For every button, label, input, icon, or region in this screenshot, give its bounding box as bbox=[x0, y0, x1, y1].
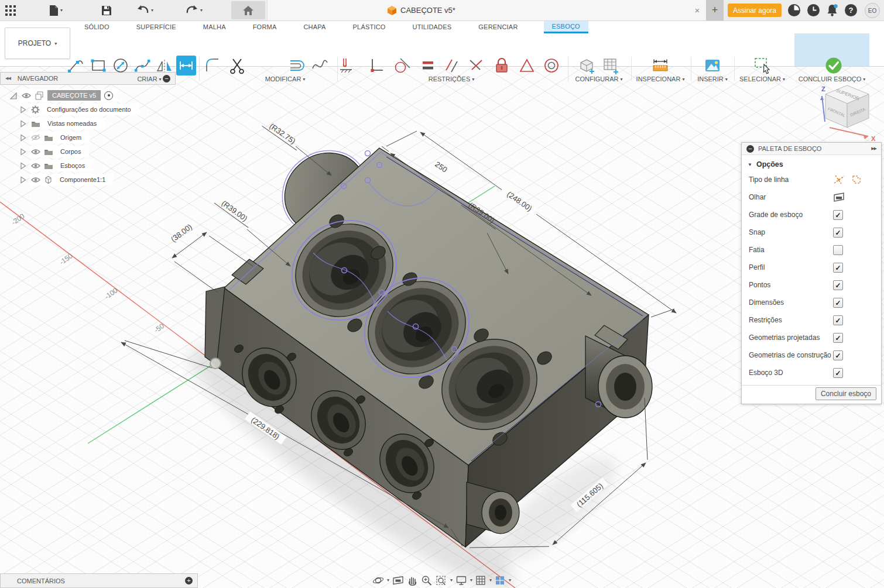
visibility-eye-icon[interactable] bbox=[31, 163, 40, 169]
display-menu-caret[interactable]: ▾ bbox=[470, 577, 472, 583]
finish-sketch-check-icon[interactable] bbox=[824, 56, 844, 75]
tree-collapsed-icon[interactable] bbox=[20, 176, 26, 184]
constraint-fix-icon[interactable] bbox=[517, 56, 537, 75]
checkbox-construction-geometries[interactable]: ✓ bbox=[833, 350, 843, 360]
tree-item-label[interactable]: Corpos bbox=[57, 147, 84, 156]
visibility-eye-icon[interactable] bbox=[31, 177, 40, 183]
origin-point[interactable] bbox=[210, 358, 221, 369]
checkbox-3d-sketch[interactable]: ✓ bbox=[833, 368, 843, 378]
group-criar[interactable]: CRIAR▾ bbox=[91, 75, 208, 83]
constraint-tangent-icon[interactable] bbox=[392, 56, 412, 75]
checkbox-profile[interactable]: ✓ bbox=[833, 263, 843, 273]
tree-row-root[interactable]: CABEÇOTE v5 bbox=[0, 88, 176, 102]
create-rectangle-icon[interactable] bbox=[88, 56, 108, 75]
tab-chapa[interactable]: CHAPA bbox=[302, 20, 327, 33]
create-circle-icon[interactable] bbox=[111, 56, 131, 75]
fillet-icon[interactable] bbox=[203, 56, 222, 75]
project-dropdown-button[interactable]: PROJETO▾ bbox=[5, 27, 70, 59]
user-avatar[interactable]: EO bbox=[865, 3, 880, 18]
configure-component-icon[interactable] bbox=[577, 56, 597, 75]
undo-menu-caret[interactable]: ▾ bbox=[151, 8, 153, 13]
tab-esboco[interactable]: ESBOÇO bbox=[544, 20, 588, 33]
tab-solido[interactable]: SÓLIDO bbox=[83, 20, 111, 33]
comments-bar[interactable]: COMENTÁRIOS + bbox=[0, 573, 198, 588]
palette-section-options[interactable]: ▼ Opções bbox=[742, 155, 881, 171]
grid-menu-caret[interactable]: ▾ bbox=[489, 577, 492, 583]
checkbox-projected-geometries[interactable]: ✓ bbox=[833, 333, 843, 343]
tab-superficie[interactable]: SUPERFÍCIE bbox=[135, 20, 177, 33]
new-tab-button[interactable]: + bbox=[706, 0, 724, 20]
edit-curve-icon[interactable] bbox=[310, 56, 330, 75]
home-view-button[interactable] bbox=[231, 1, 265, 19]
constraint-vertical-horizontal-icon[interactable] bbox=[366, 56, 386, 75]
constraint-parallel-icon[interactable] bbox=[441, 56, 461, 75]
orbit-icon[interactable] bbox=[372, 575, 384, 586]
activate-component-icon[interactable] bbox=[104, 91, 113, 100]
checkbox-points[interactable]: ✓ bbox=[833, 280, 843, 290]
view-cube[interactable]: SUPERIOR FRONTAL DIREITA Z X bbox=[817, 80, 884, 145]
checkbox-slice[interactable] bbox=[833, 245, 843, 255]
viewports-menu-caret[interactable]: ▾ bbox=[509, 577, 511, 583]
group-restricoes[interactable]: RESTRIÇÕES▾ bbox=[393, 75, 510, 83]
tree-collapsed-icon[interactable] bbox=[20, 162, 26, 170]
sign-in-button[interactable]: Assinar agora bbox=[728, 4, 782, 17]
select-tool-icon[interactable] bbox=[752, 56, 772, 75]
job-status-clock-icon[interactable] bbox=[807, 4, 820, 17]
tree-row-bodies[interactable]: Corpos bbox=[0, 145, 176, 159]
tree-item-label[interactable]: Configurações do documento bbox=[43, 105, 135, 114]
collapse-panel-icon[interactable]: ◀◀ bbox=[5, 76, 11, 81]
pan-hand-icon[interactable] bbox=[407, 575, 418, 586]
tree-item-label[interactable]: Esboços bbox=[57, 161, 88, 170]
sketch-dimension-tool-active[interactable] bbox=[176, 56, 196, 75]
file-menu-caret[interactable]: ▾ bbox=[60, 8, 63, 13]
redo-menu-caret[interactable]: ▾ bbox=[200, 8, 203, 13]
file-icon[interactable] bbox=[47, 4, 60, 17]
extensions-icon[interactable] bbox=[787, 4, 801, 17]
constraint-concentric-icon[interactable] bbox=[542, 56, 561, 75]
tab-gerenciar[interactable]: GERENCIAR bbox=[477, 20, 519, 33]
help-icon[interactable]: ? bbox=[844, 4, 858, 17]
look-at-icon[interactable] bbox=[392, 575, 404, 586]
undo-icon[interactable] bbox=[136, 4, 149, 17]
tree-root-label[interactable]: CABEÇOTE v5 bbox=[47, 90, 101, 101]
document-tab[interactable] bbox=[267, 0, 707, 20]
tree-row-sketches[interactable]: Esboços bbox=[0, 159, 176, 173]
app-grid-icon[interactable] bbox=[4, 4, 17, 17]
constraint-lock-icon[interactable] bbox=[492, 56, 512, 75]
display-settings-icon[interactable] bbox=[455, 575, 467, 586]
document-tab-title[interactable]: CABEÇOTE v5* bbox=[388, 0, 455, 20]
orbit-menu-caret[interactable]: ▾ bbox=[387, 577, 389, 583]
tree-collapsed-icon[interactable] bbox=[20, 148, 26, 156]
zoom-icon[interactable] bbox=[421, 575, 433, 586]
mirror-icon[interactable] bbox=[155, 56, 174, 75]
visibility-eye-icon[interactable] bbox=[31, 149, 40, 155]
tree-collapsed-icon[interactable] bbox=[20, 120, 26, 128]
minimize-panel-icon[interactable]: − bbox=[746, 145, 754, 153]
tree-collapsed-icon[interactable] bbox=[20, 106, 26, 114]
visibility-eye-icon[interactable] bbox=[22, 92, 31, 99]
tree-collapsed-icon[interactable] bbox=[20, 134, 26, 142]
tree-row-document-settings[interactable]: Configurações do documento bbox=[0, 102, 176, 116]
dock-panel-icon[interactable]: ▶▶ bbox=[871, 146, 876, 151]
tree-row-origin[interactable]: Origem bbox=[0, 130, 176, 145]
projected-geometry-icon[interactable] bbox=[851, 174, 862, 187]
create-spline-icon[interactable] bbox=[132, 56, 152, 75]
look-at-icon[interactable] bbox=[833, 191, 845, 205]
trim-scissors-icon[interactable] bbox=[227, 56, 247, 75]
insert-image-icon[interactable] bbox=[703, 56, 722, 75]
add-comment-icon[interactable]: + bbox=[185, 577, 193, 584]
viewports-icon[interactable] bbox=[495, 575, 506, 586]
group-modificar[interactable]: MODIFICAR▾ bbox=[227, 75, 344, 83]
checkbox-constraints[interactable]: ✓ bbox=[833, 315, 843, 325]
checkbox-snap[interactable]: ✓ bbox=[833, 228, 843, 238]
tree-row-component1[interactable]: Componente1:1 bbox=[0, 173, 176, 187]
group-concluir-esboco[interactable]: CONCLUIR ESBOÇO▾ bbox=[794, 75, 869, 83]
fit-menu-caret[interactable]: ▾ bbox=[450, 577, 453, 583]
tree-row-named-views[interactable]: Vistas nomeadas bbox=[0, 116, 176, 130]
finish-sketch-button[interactable]: Concluir esboço bbox=[816, 387, 876, 400]
measure-ruler-icon[interactable] bbox=[650, 56, 670, 75]
grid-settings-icon[interactable] bbox=[475, 575, 486, 586]
constraint-collinear-icon[interactable] bbox=[466, 56, 486, 75]
offset-icon[interactable] bbox=[287, 56, 307, 75]
tree-expanded-icon[interactable] bbox=[9, 92, 17, 99]
